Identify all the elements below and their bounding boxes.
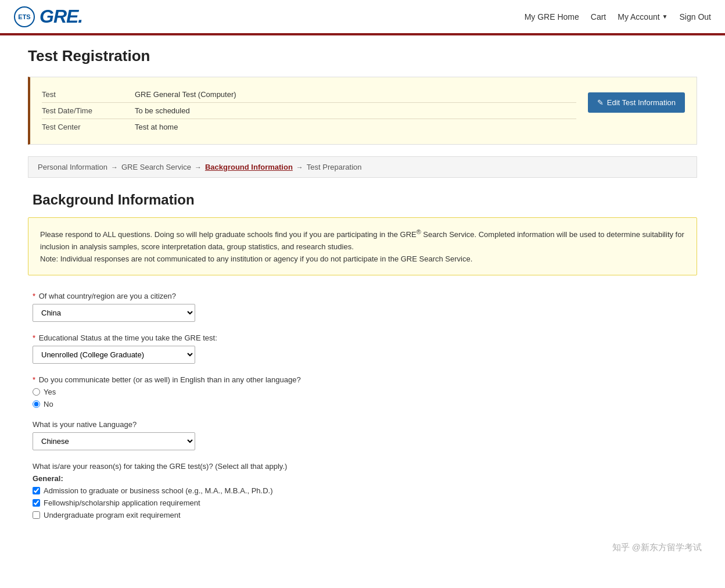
nav-links: My GRE Home Cart My Account ▼ Sign Out xyxy=(525,12,711,21)
reason-undergraduate-exit-checkbox[interactable] xyxy=(33,511,40,519)
english-radio-group: Yes No xyxy=(33,388,692,408)
reason-fellowship-label: Fellowship/scholarship application requi… xyxy=(44,499,200,507)
nav-cart[interactable]: Cart xyxy=(591,12,606,21)
main-content: Test Registration Test GRE General Test … xyxy=(14,35,711,543)
nav-sign-out[interactable]: Sign Out xyxy=(680,12,711,21)
page-title: Test Registration xyxy=(28,47,697,65)
test-info-box: Test GRE General Test (Computer) Test Da… xyxy=(28,77,697,145)
date-value: To be scheduled xyxy=(135,106,190,115)
reason-admission-checkbox[interactable] xyxy=(33,487,40,494)
breadcrumb-background-info: Background Information xyxy=(205,163,293,171)
country-label: * Of what country/region are you a citiz… xyxy=(33,292,692,300)
reason-fellowship-checkbox[interactable] xyxy=(33,499,40,507)
native-lang-label: What is your native Language? xyxy=(33,420,692,429)
notice-text: Please respond to ALL questions. Doing s… xyxy=(40,230,684,263)
education-select[interactable]: Unenrolled (College Graduate) Undergradu… xyxy=(33,346,195,364)
education-group: * Educational Status at the time you tak… xyxy=(33,334,692,364)
general-label: General: xyxy=(33,474,692,483)
english-no-label: No xyxy=(44,400,53,408)
breadcrumb-arrow-1: → xyxy=(111,163,118,171)
reason-undergraduate-exit[interactable]: Undergraduate program exit requirement xyxy=(33,511,692,519)
reasons-checkbox-group: Admission to graduate or business school… xyxy=(33,486,692,519)
country-group: * Of what country/region are you a citiz… xyxy=(33,292,692,322)
ets-logo: ETS xyxy=(14,6,35,27)
breadcrumb-gre-search: GRE Search Service xyxy=(121,163,191,171)
english-label: * Do you communicate better (or as well)… xyxy=(33,375,692,384)
breadcrumb-test-prep: Test Preparation xyxy=(307,163,362,171)
center-label: Test Center xyxy=(42,123,135,131)
logo-area: ETS GRE. xyxy=(14,6,82,27)
edit-icon: ✎ xyxy=(597,98,604,107)
test-info-row-test: Test GRE General Test (Computer) xyxy=(42,87,576,103)
test-value: GRE General Test (Computer) xyxy=(135,90,236,99)
country-required-star: * xyxy=(33,292,35,300)
breadcrumb: Personal Information → GRE Search Servic… xyxy=(28,156,697,178)
english-yes-radio[interactable] xyxy=(33,388,40,396)
nav-my-gre-home[interactable]: My GRE Home xyxy=(525,12,579,21)
section-title: Background Information xyxy=(28,192,697,208)
native-lang-group: What is your native Language? Chinese En… xyxy=(33,420,692,450)
test-info-row-date: Test Date/Time To be scheduled xyxy=(42,103,576,119)
breadcrumb-arrow-2: → xyxy=(195,163,202,171)
site-header: ETS GRE. My GRE Home Cart My Account ▼ S… xyxy=(0,0,725,35)
test-info-fields: Test GRE General Test (Computer) Test Da… xyxy=(42,87,576,135)
english-required-star: * xyxy=(33,375,35,384)
date-label: Test Date/Time xyxy=(42,106,135,115)
native-lang-select[interactable]: Chinese English Spanish Hindi xyxy=(33,432,195,450)
gre-logo: GRE. xyxy=(40,6,82,27)
education-label: * Educational Status at the time you tak… xyxy=(33,334,692,342)
notice-box: Please respond to ALL questions. Doing s… xyxy=(28,217,697,275)
english-no-radio[interactable] xyxy=(33,400,40,408)
nav-my-account[interactable]: My Account ▼ xyxy=(618,12,667,21)
center-value: Test at home xyxy=(135,123,178,131)
edit-test-info-button[interactable]: ✎ Edit Test Information xyxy=(588,92,685,113)
english-no-option[interactable]: No xyxy=(33,400,692,408)
test-label: Test xyxy=(42,90,135,99)
breadcrumb-personal-info: Personal Information xyxy=(38,163,107,171)
reason-fellowship[interactable]: Fellowship/scholarship application requi… xyxy=(33,499,692,507)
reason-undergraduate-exit-label: Undergraduate program exit requirement xyxy=(44,511,181,519)
chevron-down-icon: ▼ xyxy=(662,13,668,20)
english-yes-option[interactable]: Yes xyxy=(33,388,692,396)
english-group: * Do you communicate better (or as well)… xyxy=(33,375,692,408)
reasons-group: What is/are your reason(s) for taking th… xyxy=(33,462,692,519)
background-form: * Of what country/region are you a citiz… xyxy=(28,292,697,519)
breadcrumb-arrow-3: → xyxy=(296,163,303,171)
edit-btn-label: Edit Test Information xyxy=(607,98,676,107)
reasons-label: What is/are your reason(s) for taking th… xyxy=(33,462,692,471)
reason-admission[interactable]: Admission to graduate or business school… xyxy=(33,486,692,495)
english-yes-label: Yes xyxy=(44,388,56,396)
reason-admission-label: Admission to graduate or business school… xyxy=(44,486,273,495)
country-select[interactable]: China United States India United Kingdom xyxy=(33,304,195,322)
education-required-star: * xyxy=(33,334,35,342)
test-info-row-center: Test Center Test at home xyxy=(42,119,576,135)
